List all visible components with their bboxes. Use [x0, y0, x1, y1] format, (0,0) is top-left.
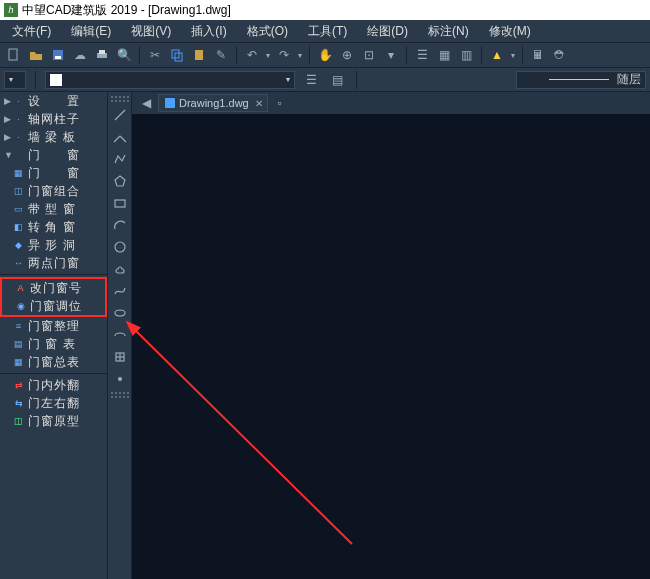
menu-modify[interactable]: 修改(M)	[481, 21, 539, 42]
work-area: ▶·设 置 ▶·轴网柱子 ▶·墙 梁 板 ▼门 窗 ▦门 窗 ◫门窗组合 ▭带 …	[0, 92, 650, 579]
help-icon[interactable]: ⛑	[550, 45, 570, 65]
arc-icon[interactable]	[111, 216, 129, 234]
sidebar-item-door-window-arrange[interactable]: ≡门窗整理	[0, 317, 107, 335]
linetype-combo[interactable]: 随层	[516, 71, 646, 89]
two-point-icon: ↔	[13, 257, 25, 269]
menu-format[interactable]: 格式(O)	[239, 21, 296, 42]
sidebar-item-label: 门窗原型	[28, 413, 80, 430]
undo-icon[interactable]: ↶	[242, 45, 262, 65]
document-tab[interactable]: Drawing1.dwg ✕	[158, 94, 268, 112]
separator-icon	[406, 46, 407, 64]
cut-icon[interactable]: ✂	[145, 45, 165, 65]
calc-icon[interactable]: 🖩	[528, 45, 548, 65]
sidebar-item-door-window-schedule[interactable]: ▤门 窗 表	[0, 335, 107, 353]
layer-bar: ▾ ▾ ☰ ▤ 随层	[0, 68, 650, 92]
polyline-icon[interactable]	[111, 150, 129, 168]
separator-icon	[481, 46, 482, 64]
xline-icon[interactable]	[111, 128, 129, 146]
pan-icon[interactable]: ✋	[315, 45, 335, 65]
sidebar-item-label: 门窗总表	[28, 354, 80, 371]
layer-manager-icon[interactable]: ☰	[301, 70, 321, 90]
zoom-window-icon[interactable]: ⊡	[359, 45, 379, 65]
sidebar-item-label: 门窗组合	[28, 183, 80, 200]
svg-point-13	[115, 242, 125, 252]
layer-combo[interactable]: ▾	[45, 71, 295, 89]
ellipse-arc-icon[interactable]	[111, 326, 129, 344]
sidebar-item-wall-beam-slab[interactable]: ▶·墙 梁 板	[0, 128, 107, 146]
sidebar-item-door-window-master-schedule[interactable]: ▦门窗总表	[0, 353, 107, 371]
menu-file[interactable]: 文件(F)	[4, 21, 59, 42]
properties-icon[interactable]: ☰	[412, 45, 432, 65]
sidebar-item-two-point-door-window[interactable]: ↔两点门窗	[0, 254, 107, 272]
block-icon[interactable]	[111, 348, 129, 366]
sidebar-item-corner-window[interactable]: ◧转 角 窗	[0, 218, 107, 236]
save-icon[interactable]	[48, 45, 68, 65]
svg-rect-4	[99, 50, 105, 54]
undo-dropdown-icon[interactable]: ▾	[264, 45, 272, 65]
standard-toolbar: ☁ 🔍 ✂ ✎ ↶ ▾ ↷ ▾ ✋ ⊕ ⊡ ▾ ☰ ▦ ▥ ▲ ▾ 🖩 ⛑	[0, 42, 650, 68]
rectangle-icon[interactable]	[111, 194, 129, 212]
reposition-icon: ◉	[15, 300, 27, 312]
revcloud-icon[interactable]	[111, 260, 129, 278]
menu-insert[interactable]: 插入(I)	[183, 21, 234, 42]
svg-line-8	[115, 110, 125, 120]
print-icon[interactable]	[92, 45, 112, 65]
menu-edit[interactable]: 编辑(E)	[63, 21, 119, 42]
ellipse-icon[interactable]	[111, 304, 129, 322]
arrange-icon: ≡	[13, 320, 25, 332]
sidebar-item-settings[interactable]: ▶·设 置	[0, 92, 107, 110]
paste-icon[interactable]	[189, 45, 209, 65]
spline-icon[interactable]	[111, 282, 129, 300]
ribbon-window-icon: ▭	[13, 203, 25, 215]
marker-icon[interactable]: ▲	[487, 45, 507, 65]
home-tab-icon[interactable]: ◀	[138, 95, 154, 111]
svg-rect-2	[55, 56, 61, 59]
sidebar-item-ribbon-window[interactable]: ▭带 型 窗	[0, 200, 107, 218]
sidebar-item-door-window-reposition[interactable]: ◉门窗调位	[2, 297, 105, 315]
new-icon[interactable]	[4, 45, 24, 65]
layer-filter-combo[interactable]: ▾	[4, 71, 26, 89]
doc-icon	[165, 98, 175, 108]
circle-icon[interactable]	[111, 238, 129, 256]
separator-icon	[309, 46, 310, 64]
toolbar-grip-icon[interactable]	[111, 392, 129, 398]
menu-annotate[interactable]: 标注(N)	[420, 21, 477, 42]
zoom-realtime-icon[interactable]: ⊕	[337, 45, 357, 65]
preview-icon[interactable]: 🔍	[114, 45, 134, 65]
menu-view[interactable]: 视图(V)	[123, 21, 179, 42]
publish-icon[interactable]: ☁	[70, 45, 90, 65]
match-icon[interactable]: ✎	[211, 45, 231, 65]
layer-state-icon[interactable]: ▤	[327, 70, 347, 90]
polygon-icon[interactable]	[111, 172, 129, 190]
drawing-canvas[interactable]	[132, 114, 650, 579]
dot-icon: ·	[13, 95, 25, 107]
new-document-icon[interactable]: ▫	[272, 95, 288, 111]
redo-icon[interactable]: ↷	[274, 45, 294, 65]
toolpalette-icon[interactable]: ▥	[456, 45, 476, 65]
point-icon[interactable]	[111, 370, 129, 388]
marker-dropdown-icon[interactable]: ▾	[509, 45, 517, 65]
sidebar-item-door-window-prototype[interactable]: ◫门窗原型	[0, 412, 107, 430]
door-window-icon: ▦	[13, 167, 25, 179]
sidebar-item-change-door-window-number[interactable]: A改门窗号	[2, 279, 105, 297]
sidebar-item-grid-columns[interactable]: ▶·轴网柱子	[0, 110, 107, 128]
menu-tools[interactable]: 工具(T)	[300, 21, 355, 42]
sidebar-item-door-window[interactable]: ▦门 窗	[0, 164, 107, 182]
zoom-dropdown-icon[interactable]: ▾	[381, 45, 401, 65]
sidebar-item-door-window-group[interactable]: ▼门 窗	[0, 146, 107, 164]
redo-dropdown-icon[interactable]: ▾	[296, 45, 304, 65]
svg-line-10	[120, 136, 126, 142]
designcenter-icon[interactable]: ▦	[434, 45, 454, 65]
open-icon[interactable]	[26, 45, 46, 65]
sidebar-item-door-flip-leftright[interactable]: ⇆门左右翻	[0, 394, 107, 412]
sidebar-item-door-window-combo[interactable]: ◫门窗组合	[0, 182, 107, 200]
line-icon[interactable]	[111, 106, 129, 124]
copy-icon[interactable]	[167, 45, 187, 65]
menu-draw[interactable]: 绘图(D)	[359, 21, 416, 42]
draw-toolbar	[108, 92, 132, 579]
sidebar-item-door-flip-inout[interactable]: ⇄门内外翻	[0, 376, 107, 394]
toolbar-grip-icon[interactable]	[111, 96, 129, 102]
close-icon[interactable]: ✕	[255, 98, 263, 109]
separator-icon	[139, 46, 140, 64]
sidebar-item-irregular-hole[interactable]: ◆异 形 洞	[0, 236, 107, 254]
